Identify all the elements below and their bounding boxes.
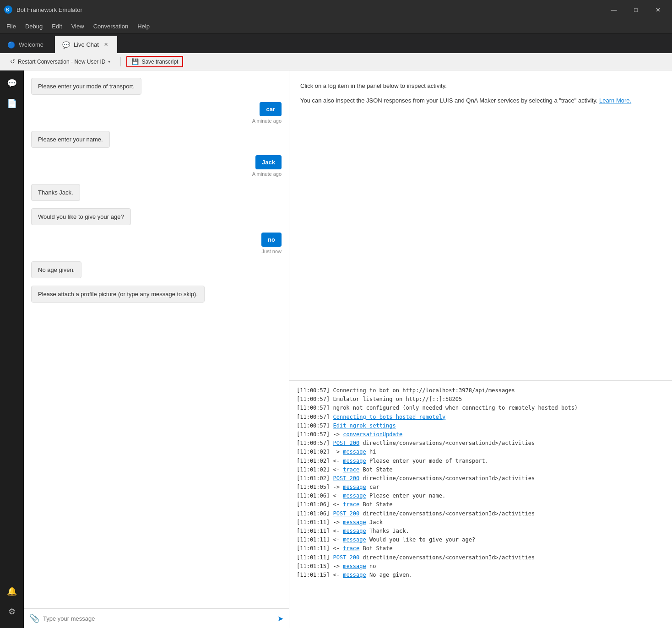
title-bar: B Bot Framework Emulator ― □ ✕	[0, 0, 672, 19]
sidebar: 💬 📄 🔔 ⚙	[0, 70, 24, 628]
msg-no-link[interactable]: message	[343, 563, 366, 569]
log-line: [11:01:11] POST 200 directline/conversat…	[297, 553, 665, 562]
sidebar-bottom: 🔔 ⚙	[3, 582, 21, 628]
tab-welcome-label: Welcome	[19, 41, 43, 48]
chat-messages: Please enter your mode of transport. car…	[24, 70, 289, 608]
connect-remote-link[interactable]: Connecting to bots hosted remotely	[333, 414, 445, 420]
save-transcript-button[interactable]: 💾 Save transcript	[126, 56, 183, 67]
post-200-link-3[interactable]: POST 200	[333, 510, 359, 517]
inspector-description: Click on a log item in the panel below t…	[289, 70, 672, 381]
list-item: Would you like to give your age?	[31, 208, 131, 225]
sidebar-icon-settings[interactable]: ⚙	[3, 602, 21, 621]
post-200-link-4[interactable]: POST 200	[333, 554, 359, 561]
menu-debug[interactable]: Debug	[21, 21, 47, 32]
bot-message-bubble: Please attach a profile picture (or type…	[31, 286, 205, 303]
sidebar-icon-chat[interactable]: 💬	[3, 74, 21, 92]
chevron-down-icon: ▾	[108, 59, 110, 64]
main-layout: 💬 📄 🔔 ⚙ Please enter your mode of transp…	[0, 70, 672, 628]
maximize-button[interactable]: □	[625, 3, 646, 16]
chat-icon: 💬	[7, 78, 17, 88]
log-line: [11:01:11] -> message Jack	[297, 518, 665, 527]
tabs-bar: 🔵 Welcome 💬 Live Chat ✕	[0, 34, 672, 53]
list-item: No age given.	[31, 261, 81, 278]
user-message-bubble: Jack	[255, 155, 282, 169]
menu-bar: File Debug Edit View Conversation Help	[0, 19, 672, 34]
close-button[interactable]: ✕	[647, 3, 668, 16]
toolbar: ↺ Restart Conversation - New User ID ▾ 💾…	[0, 53, 672, 70]
restart-conversation-button[interactable]: ↺ Restart Conversation - New User ID ▾	[5, 56, 115, 67]
welcome-tab-icon: 🔵	[7, 41, 15, 49]
inspector-text-2: You can also inspect the JSON responses …	[300, 96, 661, 105]
restart-icon: ↺	[10, 58, 15, 65]
log-line: [11:01:11] <- message Thanks Jack.	[297, 527, 665, 536]
log-line: [11:01:02] -> message hi	[297, 448, 665, 456]
msg-noage-link[interactable]: message	[343, 572, 366, 578]
chat-input-area: 📎 ➤	[24, 608, 289, 628]
msg-car-link[interactable]: message	[343, 484, 366, 490]
bot-message-bubble: Thanks Jack.	[31, 184, 80, 201]
message-time: A minute ago	[252, 171, 282, 177]
list-item: Thanks Jack.	[31, 184, 80, 201]
tab-livechat[interactable]: 💬 Live Chat ✕	[55, 36, 117, 53]
bot-message-bubble: Please enter your mode of transport.	[31, 78, 141, 95]
post-200-link-1[interactable]: POST 200	[333, 440, 359, 446]
bot-message-bubble: Would you like to give your age?	[31, 208, 131, 225]
trace-link-1[interactable]: trace	[343, 466, 359, 473]
edit-ngrok-link[interactable]: Edit ngrok settings	[333, 422, 396, 429]
bell-icon: 🔔	[7, 586, 17, 596]
restart-label: Restart Conversation - New User ID	[18, 59, 105, 65]
attach-button[interactable]: 📎	[29, 613, 39, 623]
menu-conversation[interactable]: Conversation	[89, 21, 133, 32]
msg-transport-link[interactable]: message	[343, 458, 366, 464]
sidebar-icon-bell[interactable]: 🔔	[3, 582, 21, 601]
log-line: [11:01:06] <- message Please enter your …	[297, 492, 665, 500]
list-item: car A minute ago	[252, 102, 282, 124]
user-message-bubble: car	[260, 102, 282, 116]
conv-update-link[interactable]: conversationUpdate	[343, 431, 402, 438]
send-button[interactable]: ➤	[277, 614, 283, 623]
log-line: [11:01:06] <- trace Bot State	[297, 500, 665, 509]
log-line: [11:01:02] <- trace Bot State	[297, 466, 665, 474]
log-line: [11:01:15] -> message no	[297, 562, 665, 571]
gear-icon: ⚙	[8, 606, 16, 617]
menu-edit[interactable]: Edit	[47, 21, 66, 32]
inspector-text-1: Click on a log item in the panel below t…	[300, 81, 661, 91]
bot-message-bubble: No age given.	[31, 261, 81, 278]
save-transcript-label: Save transcript	[141, 59, 178, 65]
sidebar-icon-doc[interactable]: 📄	[3, 94, 21, 113]
log-line: [11:01:06] POST 200 directline/conversat…	[297, 509, 665, 518]
minimize-button[interactable]: ―	[603, 3, 624, 16]
list-item: no Just now	[261, 233, 282, 254]
log-line: [11:01:02] <- message Please enter your …	[297, 457, 665, 466]
log-line: [11:00:57] Connecting to bots hosted rem…	[297, 413, 665, 422]
save-icon: 💾	[131, 58, 139, 65]
msg-thanks-link[interactable]: message	[343, 528, 366, 534]
log-line: [11:01:11] <- trace Bot State	[297, 544, 665, 553]
post-200-link-2[interactable]: POST 200	[333, 475, 359, 482]
msg-hi-link[interactable]: message	[343, 449, 366, 455]
msg-jack-link[interactable]: message	[343, 519, 366, 525]
log-line: [11:01:15] <- message No age given.	[297, 571, 665, 579]
trace-link-2[interactable]: trace	[343, 501, 359, 508]
chat-input[interactable]	[43, 615, 274, 622]
app-title: Bot Framework Emulator	[16, 6, 603, 13]
learn-more-link[interactable]: Learn More.	[599, 97, 631, 104]
tab-livechat-close[interactable]: ✕	[103, 41, 110, 49]
window-controls: ― □ ✕	[603, 3, 668, 16]
log-panel[interactable]: [11:00:57] Connecting to bot on http://l…	[289, 381, 672, 628]
message-time: A minute ago	[252, 118, 282, 124]
log-line: [11:00:57] Connecting to bot on http://l…	[297, 386, 665, 395]
tab-welcome[interactable]: 🔵 Welcome	[0, 36, 55, 53]
list-item: Please enter your name.	[31, 131, 110, 148]
log-line: [11:00:57] ngrok not configured (only ne…	[297, 404, 665, 412]
svg-text:B: B	[6, 7, 9, 12]
menu-help[interactable]: Help	[133, 21, 154, 32]
menu-file[interactable]: File	[2, 21, 21, 32]
log-line: [11:01:05] -> message car	[297, 483, 665, 492]
trace-link-3[interactable]: trace	[343, 545, 359, 552]
msg-name-link[interactable]: message	[343, 493, 366, 499]
menu-view[interactable]: View	[67, 21, 89, 32]
log-line: [11:00:57] POST 200 directline/conversat…	[297, 439, 665, 448]
app-icon: B	[4, 5, 13, 14]
msg-age-link[interactable]: message	[343, 536, 366, 543]
